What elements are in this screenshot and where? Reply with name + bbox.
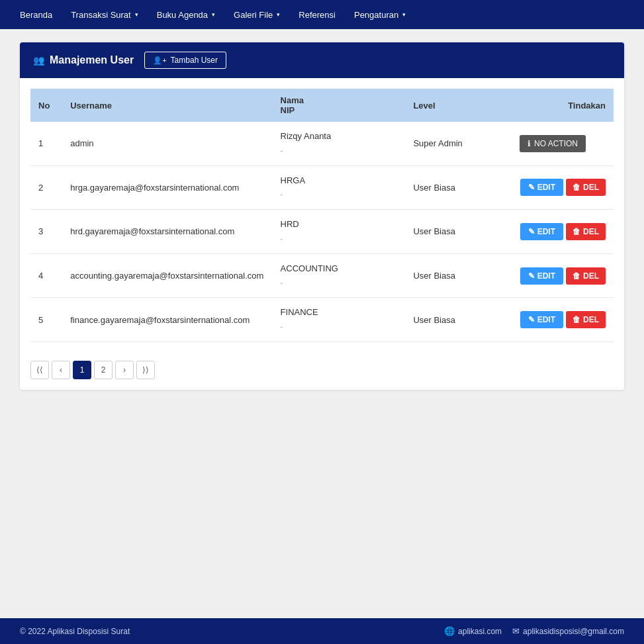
- nav-pengaturan[interactable]: Pengaturan ▾: [345, 2, 415, 28]
- table-header-row: No Username Nama NIP Level Tindakan: [30, 89, 614, 122]
- chevron-down-icon: ▾: [135, 11, 138, 18]
- col-username-header: Username: [62, 89, 272, 122]
- pencil-icon: ✎: [528, 227, 535, 236]
- cell-nama: FINANCE-: [273, 298, 406, 342]
- nav-referensi[interactable]: Referensi: [289, 2, 345, 28]
- cell-level: User Biasa: [405, 165, 512, 210]
- cell-nama-value: FINANCE: [281, 307, 318, 317]
- cell-nama: ACCOUNTING-: [273, 253, 406, 298]
- col-level-header: Level: [405, 89, 512, 122]
- table-wrapper: No Username Nama NIP Level Tindakan 1adm…: [20, 78, 624, 353]
- nav-buku-agenda-label: Buku Agenda: [157, 10, 208, 20]
- action-group: ✎ EDIT🗑 DEL: [520, 267, 606, 285]
- user-management-card: Manajemen User Tambah User No Username N…: [20, 42, 624, 390]
- chevron-down-icon: ▾: [402, 11, 406, 18]
- delete-button[interactable]: 🗑 DEL: [566, 311, 606, 328]
- col-no-header: No: [30, 89, 62, 122]
- nav-beranda-label: Beranda: [20, 10, 52, 20]
- cell-level: User Biasa: [405, 298, 512, 342]
- edit-button[interactable]: ✎ EDIT: [520, 267, 563, 285]
- users-icon: [33, 54, 44, 66]
- page-title: Manajemen User: [50, 54, 134, 66]
- col-nama-label: Nama: [281, 95, 304, 105]
- cell-tindakan: ✎ EDIT🗑 DEL: [512, 165, 614, 210]
- info-icon: ℹ: [528, 139, 531, 148]
- nav-buku-agenda[interactable]: Buku Agenda ▾: [148, 2, 224, 28]
- pencil-icon: ✎: [528, 315, 535, 324]
- chevron-down-icon: ▾: [212, 11, 215, 18]
- table-row: 2hrga.gayaremaja@foxstarsinternational.c…: [30, 165, 614, 210]
- cell-username: accounting.gayaremaja@foxstarsinternatio…: [62, 253, 272, 298]
- table-head: No Username Nama NIP Level Tindakan: [30, 89, 614, 122]
- cell-nip-value: -: [281, 234, 283, 242]
- cell-nama: HRGA-: [273, 165, 406, 210]
- edit-button[interactable]: ✎ EDIT: [520, 179, 563, 196]
- nav-beranda[interactable]: Beranda: [11, 2, 62, 28]
- edit-button[interactable]: ✎ EDIT: [520, 311, 563, 328]
- nav-transaksi-surat-label: Transaksi Surat: [71, 10, 131, 20]
- cell-username: admin: [62, 122, 272, 165]
- cell-nama-value: HRGA: [281, 175, 306, 185]
- edit-button[interactable]: ✎ EDIT: [520, 223, 563, 240]
- add-user-button[interactable]: Tambah User: [144, 52, 226, 69]
- cell-nama: HRD-: [273, 210, 406, 254]
- cell-no: 2: [30, 165, 62, 210]
- cell-no: 4: [30, 253, 62, 298]
- trash-icon: 🗑: [573, 227, 580, 236]
- cell-nama-value: HRD: [281, 219, 299, 229]
- pagination: ⟨⟨ ‹ 1 2 › ⟩⟩: [20, 353, 624, 390]
- action-group: ✎ EDIT🗑 DEL: [520, 179, 606, 196]
- col-tindakan-header: Tindakan: [512, 89, 614, 122]
- cell-nip-value: -: [281, 146, 283, 154]
- nav-galeri-file[interactable]: Galeri File ▾: [224, 2, 289, 28]
- nav-transaksi-surat[interactable]: Transaksi Surat ▾: [62, 2, 148, 28]
- cell-no: 5: [30, 298, 62, 342]
- table-row: 3hrd.gayaremaja@foxstarsinternational.co…: [30, 210, 614, 254]
- pagination-page-2[interactable]: 2: [94, 361, 113, 379]
- card-header: Manajemen User Tambah User: [20, 42, 624, 78]
- cell-no: 1: [30, 122, 62, 165]
- table-body: 1adminRizqy Ananta-Super Adminℹ NO ACTIO…: [30, 122, 614, 342]
- cell-nama: Rizqy Ananta-: [273, 122, 406, 165]
- cell-nip-value: -: [281, 190, 283, 198]
- cell-username: hrga.gayaremaja@foxstarsinternational.co…: [62, 165, 272, 210]
- users-table: No Username Nama NIP Level Tindakan 1adm…: [30, 89, 614, 342]
- nav-galeri-file-label: Galeri File: [234, 10, 273, 20]
- cell-tindakan: ✎ EDIT🗑 DEL: [512, 253, 614, 298]
- table-row: 4accounting.gayaremaja@foxstarsinternati…: [30, 253, 614, 298]
- pagination-last[interactable]: ⟩⟩: [136, 361, 155, 379]
- trash-icon: 🗑: [573, 315, 580, 324]
- cell-nip-value: -: [281, 279, 283, 287]
- pagination-prev[interactable]: ‹: [52, 361, 70, 379]
- pagination-page-1[interactable]: 1: [73, 361, 91, 379]
- cell-tindakan: ✎ EDIT🗑 DEL: [512, 210, 614, 254]
- trash-icon: 🗑: [573, 271, 580, 281]
- main-content: Manajemen User Tambah User No Username N…: [0, 29, 644, 403]
- pagination-first[interactable]: ⟨⟨: [30, 361, 49, 379]
- cell-nama-value: Rizqy Ananta: [281, 131, 332, 141]
- action-group: ✎ EDIT🗑 DEL: [520, 311, 606, 328]
- cell-level: User Biasa: [405, 253, 512, 298]
- table-row: 5finance.gayaremaja@foxstarsinternationa…: [30, 298, 614, 342]
- delete-button[interactable]: 🗑 DEL: [566, 267, 606, 285]
- table-row: 1adminRizqy Ananta-Super Adminℹ NO ACTIO…: [30, 122, 614, 165]
- trash-icon: 🗑: [573, 183, 580, 192]
- cell-tindakan: ✎ EDIT🗑 DEL: [512, 298, 614, 342]
- cell-username: finance.gayaremaja@foxstarsinternational…: [62, 298, 272, 342]
- col-nama-header: Nama NIP: [273, 89, 406, 122]
- cell-no: 3: [30, 210, 62, 254]
- delete-button[interactable]: 🗑 DEL: [566, 223, 606, 240]
- pencil-icon: ✎: [528, 271, 535, 281]
- cell-tindakan: ℹ NO ACTION: [512, 122, 614, 165]
- cell-level: Super Admin: [405, 122, 512, 165]
- cell-nip-value: -: [281, 322, 283, 330]
- add-user-label: Tambah User: [171, 56, 218, 65]
- navbar: Beranda Transaksi Surat ▾ Buku Agenda ▾ …: [0, 0, 644, 29]
- pagination-next[interactable]: ›: [115, 361, 134, 379]
- no-action-button: ℹ NO ACTION: [520, 135, 586, 152]
- cell-level: User Biasa: [405, 210, 512, 254]
- nav-referensi-label: Referensi: [299, 10, 336, 20]
- cell-username: hrd.gayaremaja@foxstarsinternational.com: [62, 210, 272, 254]
- delete-button[interactable]: 🗑 DEL: [566, 179, 606, 196]
- card-title: Manajemen User: [33, 54, 134, 66]
